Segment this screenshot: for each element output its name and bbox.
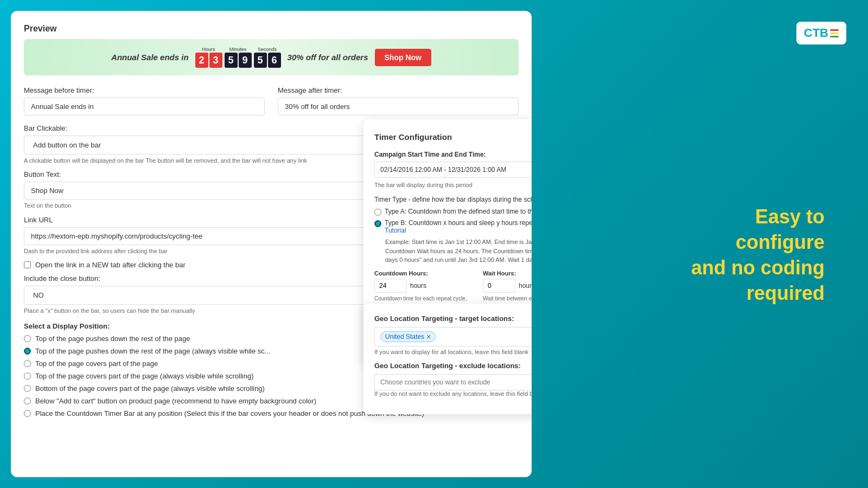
sec-digit-1: 5 [254,53,267,68]
timer-type-label: Timer Type - define how the bar displays… [374,196,532,203]
position-radio-3[interactable] [24,373,31,380]
promo-line2: configure [736,231,825,253]
united-states-tag: United States × [380,331,436,342]
main-panel: Preview Annual Sale ends in Hours 2 3 Mi… [11,11,532,477]
position-radio-0[interactable] [24,335,31,342]
position-label-4: Bottom of the page covers part of the pa… [35,384,265,393]
hours-unit: Hours 2 3 [195,47,222,68]
ctb-logo: CTB [796,22,846,44]
position-radio-6[interactable] [24,410,31,417]
geo-include-hint: If you want to display for all locations… [374,349,532,355]
right-panel: CTB Easy to configure and no coding requ… [532,11,857,477]
ctb-logo-text: CTB [804,26,828,40]
message-after-label: Message after timer: [278,86,519,94]
wait-hours-input[interactable] [483,279,515,293]
seconds-unit: Seconds 5 6 [254,47,281,68]
hours-label: Hours [202,47,215,52]
hour-digit-2: 3 [209,53,222,68]
campaign-hint: The bar will display during this period [374,181,532,189]
position-label-5: Below "Add to cart" button on product pa… [35,397,316,405]
minutes-label: Minutes [229,47,247,52]
position-radio-1[interactable] [24,348,31,355]
type-b-text: Type B: Countdown x hours and sleep y ho… [385,219,532,234]
type-a-radio[interactable] [374,209,381,216]
seconds-label: Seconds [258,47,277,52]
type-b-item: Type B: Countdown x hours and sleep y ho… [374,219,532,234]
message-after-group: Message after timer: [278,86,519,115]
position-label-1: Top of the page pushes down the rest of … [35,347,271,355]
position-label-3: Top of the page covers part of the page … [35,372,254,380]
ctb-line-green [830,36,839,37]
wait-hours-unit: hours [519,282,532,290]
type-b-radio[interactable] [374,220,381,227]
geo-panel: Geo Location Targeting - target location… [363,304,532,414]
countdown-hours-unit: hours [410,282,426,290]
position-radio-5[interactable] [24,397,31,404]
position-label-2: Top of the page covers part of the page [35,359,158,368]
shop-now-preview-button[interactable]: Shop Now [375,49,431,66]
ctb-line-yellow [830,33,839,34]
countdown-hours-input[interactable] [374,279,407,293]
preview-message-after: 30% off for all orders [288,53,368,62]
message-row: Message before timer: Message after time… [24,86,519,115]
geo-exclude-label: Geo Location Targeting - exclude locatio… [374,362,532,370]
type-a-text: Type A: Countdown from the defined start… [385,208,532,215]
geo-exclude-hint: If you do not want to exclude any locati… [374,390,532,397]
new-tab-label: Open the link in a NEW tab after clickin… [35,261,186,269]
tag-close-icon[interactable]: × [426,333,431,341]
promo-line1: Easy to [755,206,825,228]
countdown-hours-label: Countdown Hours: [374,270,472,277]
min-digit-2: 9 [239,53,252,68]
position-label-0: Top of the page pushes down the rest of … [35,335,190,343]
promo-highlight: no coding [731,256,825,279]
geo-include-label: Geo Location Targeting - target location… [374,314,532,323]
message-before-label: Message before timer: [24,86,265,94]
new-tab-checkbox[interactable] [24,261,31,268]
wait-hours-label: Wait Hours: [483,270,532,277]
date-input-row: 📅 [374,162,532,178]
message-after-input[interactable] [278,98,519,115]
promo-text-block: Easy to configure and no coding required [691,204,846,306]
preview-bar: Annual Sale ends in Hours 2 3 Minutes 5 … [24,39,519,75]
promo-line4: required [746,282,825,304]
campaign-time-label: Campaign Start Time and End Time: [374,151,532,158]
position-radio-4[interactable] [24,385,31,392]
promo-heading: Easy to configure and no coding required [691,204,825,306]
campaign-date-input[interactable] [374,162,532,178]
type-b-example: Example: Start time is Jan 1st 12:00 AM,… [385,237,532,265]
minutes-unit: Minutes 5 9 [225,47,252,68]
preview-label: Preview [24,24,519,34]
min-digit-1: 5 [225,53,238,68]
type-a-item: Type A: Countdown from the defined start… [374,208,532,216]
tag-text: United States [385,333,424,341]
ctb-logo-lines [830,29,839,37]
position-radio-2[interactable] [24,360,31,367]
sec-digit-2: 6 [268,53,281,68]
geo-exclude-input[interactable] [374,374,532,390]
countdown-group: Hours 2 3 Minutes 5 9 Seconds 5 6 [195,47,281,68]
promo-line3: and [691,256,726,279]
timer-config-header: Timer Configuration ⌃ [374,130,532,143]
message-before-input[interactable] [24,98,265,115]
preview-message-before: Annual Sale ends in [111,53,189,62]
ctb-line-red [830,29,839,31]
geo-include-tags[interactable]: United States × [374,327,532,346]
message-before-group: Message before timer: [24,86,265,115]
hour-digit-1: 2 [195,53,208,68]
timer-config-title: Timer Configuration [374,132,452,142]
